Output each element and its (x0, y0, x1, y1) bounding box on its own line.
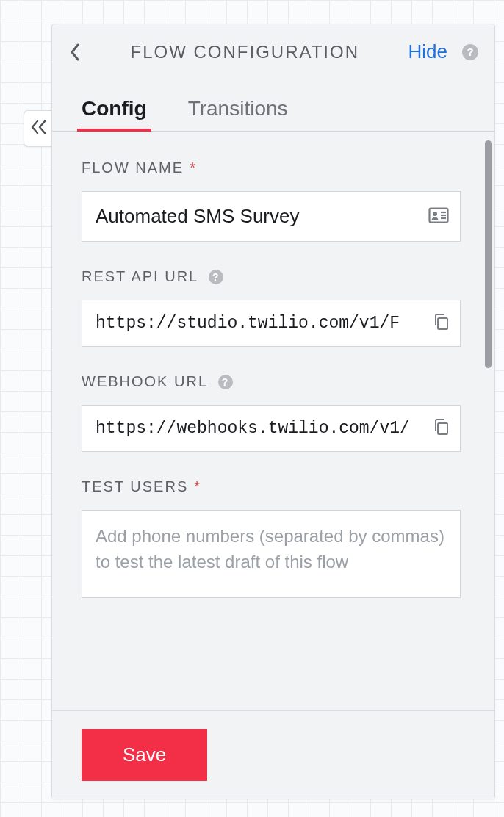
required-marker: * (190, 159, 197, 176)
rest-api-url-field[interactable]: https://studio.twilio.com/v1/F (82, 300, 461, 347)
help-icon[interactable]: ? (462, 44, 478, 60)
test-users-label-text: TEST USERS (82, 478, 188, 495)
required-marker: * (194, 478, 201, 495)
flow-name-input-wrap (82, 191, 461, 242)
flow-name-input[interactable] (82, 191, 461, 242)
contact-card-icon[interactable] (428, 207, 449, 226)
svg-rect-6 (438, 423, 447, 434)
rest-api-url-label: REST API URL ? (82, 268, 461, 285)
panel-footer: Save (52, 710, 494, 799)
test-users-textarea[interactable]: Add phone numbers (separated by commas) … (82, 510, 461, 598)
save-button[interactable]: Save (82, 729, 207, 781)
test-users-label: TEST USERS * (82, 478, 461, 495)
chevron-left-icon (68, 42, 82, 62)
panel-title: FLOW CONFIGURATION (92, 42, 398, 62)
webhook-url-field[interactable]: https://webhooks.twilio.com/v1/ (82, 405, 461, 452)
webhook-url-label: WEBHOOK URL ? (82, 373, 461, 390)
rest-api-url-label-text: REST API URL (82, 268, 198, 285)
help-icon[interactable]: ? (218, 375, 233, 389)
tab-config[interactable]: Config (82, 97, 147, 131)
webhook-url-label-text: WEBHOOK URL (82, 373, 208, 390)
test-users-input-wrap: Add phone numbers (separated by commas) … (82, 510, 461, 598)
panel-header: FLOW CONFIGURATION Hide ? (52, 24, 494, 76)
panel-collapse-handle[interactable] (24, 110, 53, 147)
help-icon[interactable]: ? (209, 270, 223, 284)
scrollbar-thumb[interactable] (485, 140, 492, 368)
flow-name-label: FLOW NAME * (82, 159, 461, 176)
webhook-url-input-wrap: https://webhooks.twilio.com/v1/ (82, 405, 461, 452)
rest-api-url-input-wrap: https://studio.twilio.com/v1/F (82, 300, 461, 347)
svg-rect-5 (438, 318, 447, 329)
form-scroll-area: FLOW NAME * REST API URL ? https://studi (52, 132, 494, 710)
tabs: Config Transitions (52, 76, 494, 132)
copy-icon[interactable] (433, 313, 449, 334)
flow-name-label-text: FLOW NAME (82, 159, 184, 176)
config-panel: FLOW CONFIGURATION Hide ? Config Transit… (51, 24, 495, 799)
hide-button[interactable]: Hide (408, 40, 447, 63)
copy-icon[interactable] (433, 418, 449, 439)
svg-point-1 (433, 212, 437, 216)
back-button[interactable] (68, 42, 82, 62)
tab-transitions[interactable]: Transitions (188, 97, 288, 131)
chevron-double-left-icon (29, 119, 48, 138)
